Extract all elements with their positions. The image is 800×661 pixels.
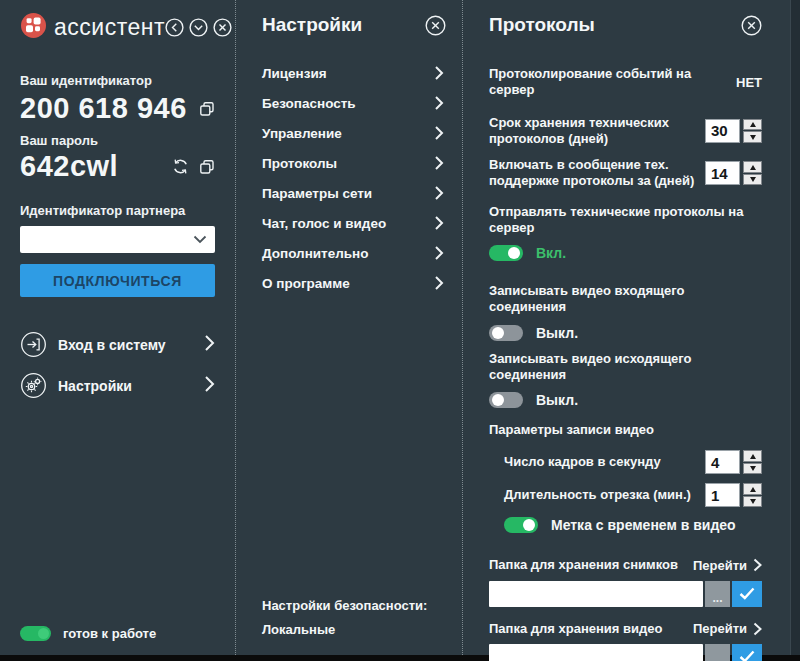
include-row: Включать в сообщение тех. поддержке прот… [489,157,762,190]
gear-icon [20,372,47,399]
collapse-down-icon[interactable] [189,18,208,37]
duration-spin-up[interactable] [743,483,762,495]
video-goto-link[interactable]: Перейти [693,621,762,636]
retention-row: Срок хранения технических протоколов (дн… [489,115,762,148]
settings-close-icon[interactable] [425,15,446,36]
chevron-right-icon [434,65,444,81]
fps-spin-down[interactable] [743,463,762,475]
protocols-close-icon[interactable] [741,15,762,36]
record-incoming-toggle-row: Выкл. [489,325,762,341]
scrollbar-track[interactable] [790,0,800,655]
chevron-right-icon [434,245,444,261]
chevron-right-icon [434,95,444,111]
snapshots-folder-input[interactable] [489,581,703,607]
record-outgoing-toggle[interactable] [489,392,523,408]
menu-item-management[interactable]: Управление [262,118,446,148]
video-confirm-button[interactable] [732,644,762,661]
partner-id-combobox[interactable] [20,226,215,253]
login-nav-item[interactable]: Вход в систему [20,331,215,358]
refresh-password-icon[interactable] [172,158,189,175]
record-incoming-toggle[interactable] [489,325,523,341]
duration-label: Длительность отрезка (мин.) [504,487,691,503]
menu-item-security[interactable]: Безопасность [262,88,446,118]
ready-toggle[interactable] [20,626,51,641]
protocols-panel-title: Протоколы [489,14,595,36]
include-spin-down[interactable] [743,174,762,186]
duration-spin-down[interactable] [743,496,762,508]
chevron-right-icon [753,558,762,572]
snapshots-folder-input-row: ... [489,581,762,607]
chevron-right-icon [434,275,444,291]
send-tech-state: Вкл. [536,245,566,261]
security-settings-value: Локальные [262,622,446,637]
your-id-value: 200 618 946 [20,92,187,125]
your-password-label: Ваш пароль [20,133,215,148]
menu-item-about[interactable]: О программе [262,268,446,298]
snapshots-goto-link[interactable]: Перейти [693,558,762,573]
partner-id-label: Идентификатор партнера [20,203,215,218]
video-folder-input-row: ... [489,644,762,661]
ready-status: готов к работе [20,626,215,641]
fps-input[interactable]: 4 [705,450,740,474]
retention-input[interactable]: 30 [705,119,740,143]
include-spin-up[interactable] [743,161,762,173]
retention-spinner: 30 [705,119,762,143]
close-icon[interactable] [213,18,232,37]
timestamp-toggle[interactable] [504,517,538,533]
timestamp-toggle-label: Метка с временем в видео [551,517,736,533]
include-input[interactable]: 14 [705,161,740,185]
video-folder-label: Папка для хранения видео [489,621,662,637]
retention-spin-up[interactable] [743,119,762,131]
main-row: ассистент [0,0,800,655]
send-tech-toggle[interactable] [489,245,523,261]
chevron-right-icon [753,622,762,636]
snapshots-browse-button[interactable]: ... [705,581,730,607]
snapshots-folder-header: Папка для хранения снимков Перейти [489,557,762,573]
copy-id-icon[interactable] [199,101,215,117]
record-outgoing-state: Выкл. [536,392,578,408]
record-outgoing-label: Записывать видео исходящего соединения [489,351,762,384]
fps-spinner: 4 [705,450,762,474]
retention-spin-down[interactable] [743,131,762,143]
your-password-value: 642cwl [20,150,118,183]
partner-id-input[interactable] [20,232,193,247]
your-id-row: 200 618 946 [20,92,215,125]
server-logging-row: Протоколирование событий на сервер НЕТ [489,66,762,99]
include-spinner: 14 [705,161,762,185]
menu-item-protocols[interactable]: Протоколы [262,148,446,178]
settings-panel: Настройки Лицензия Безопасность Упр [236,0,463,655]
chevron-right-icon [434,125,444,141]
fps-spin-up[interactable] [743,450,762,462]
check-icon [739,587,755,600]
record-incoming-label: Записывать видео входящего соединения [489,283,762,316]
app-logo-icon [20,12,47,43]
record-outgoing-toggle-row: Выкл. [489,392,762,408]
protocols-panel: Протоколы Протоколирование событий на се… [463,0,800,655]
record-incoming-state: Выкл. [536,325,578,341]
video-folder-header: Папка для хранения видео Перейти [489,621,762,637]
connect-button[interactable]: ПОДКЛЮЧИТЬСЯ [20,264,215,297]
your-id-label: Ваш идентификатор [20,73,215,88]
menu-item-additional[interactable]: Дополнительно [262,238,446,268]
ready-status-label: готов к работе [63,626,156,641]
settings-panel-title: Настройки [262,14,362,36]
snapshots-confirm-button[interactable] [732,581,762,607]
server-logging-value[interactable]: НЕТ [736,75,762,90]
duration-spinner: 1 [705,483,762,507]
video-params-title: Параметры записи видео [489,422,762,438]
collapse-left-icon[interactable] [165,18,184,37]
menu-item-network[interactable]: Параметры сети [262,178,446,208]
video-folder-input[interactable] [489,644,703,661]
include-label: Включать в сообщение тех. поддержке прот… [489,157,705,190]
menu-item-license[interactable]: Лицензия [262,58,446,88]
menu-item-chat-voice-video[interactable]: Чат, голос и видео [262,208,446,238]
chevron-right-icon [434,155,444,171]
settings-nav-item[interactable]: Настройки [20,372,215,399]
chevron-right-icon [434,215,444,231]
video-browse-button[interactable]: ... [705,644,730,661]
duration-input[interactable]: 1 [705,483,740,507]
timestamp-toggle-row: Метка с временем в видео [504,517,762,533]
main-panel: ассистент [0,0,236,655]
copy-password-icon[interactable] [199,159,215,175]
app-window: ассистент [0,0,800,661]
